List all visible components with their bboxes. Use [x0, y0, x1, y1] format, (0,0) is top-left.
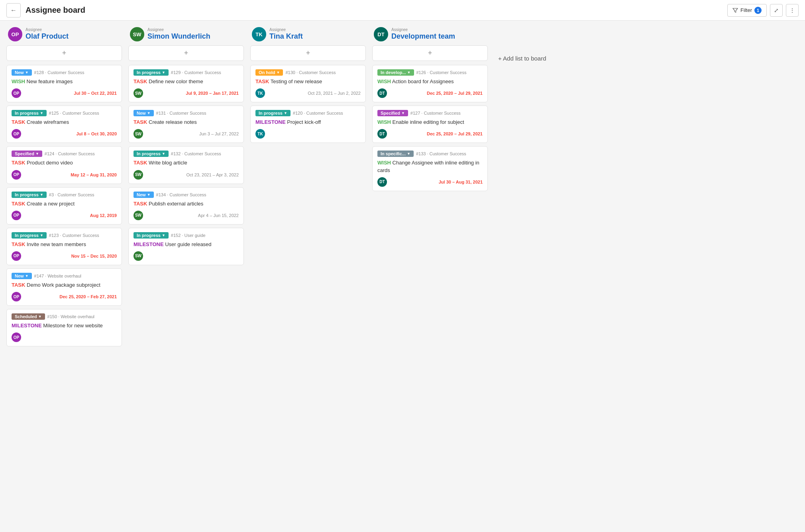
- card-avatar: OP: [12, 170, 21, 180]
- status-badge[interactable]: In progress ▼: [134, 151, 169, 157]
- assignee-name[interactable]: Olaf Product: [26, 32, 69, 40]
- status-badge[interactable]: In progress ▼: [134, 232, 169, 239]
- assignee-name[interactable]: Simon Wunderlich: [147, 32, 210, 40]
- board-container: OPAssignee Olaf Product+New ▼#128 · Cust…: [0, 21, 805, 532]
- header: ← Assignee board Filter 1 ⤢ ⋮: [0, 0, 805, 21]
- card-olaf-6[interactable]: Scheduled ▼#150 · Website overhaulMILEST…: [6, 309, 122, 346]
- column-header-simon: SWAssignee Simon Wunderlich: [128, 27, 244, 41]
- card-title: TASK Write blog article: [134, 159, 239, 166]
- avatar-simon: SW: [130, 27, 144, 41]
- card-meta: #134 · Customer Success: [156, 192, 206, 197]
- card-top: In progress ▼#120 · Customer Success: [255, 110, 361, 116]
- status-badge[interactable]: Specified ▼: [377, 110, 408, 116]
- status-badge[interactable]: New ▼: [12, 273, 32, 279]
- card-olaf-1[interactable]: In progress ▼#125 · Customer SuccessTASK…: [6, 106, 122, 143]
- card-title: TASK Define new color theme: [134, 78, 239, 85]
- task-type: WISH: [12, 78, 25, 84]
- card-simon-4[interactable]: In progress ▼#152 · User guideMILESTONE …: [128, 228, 244, 265]
- status-badge[interactable]: Scheduled ▼: [12, 313, 45, 320]
- task-type: WISH: [377, 160, 391, 166]
- page-title: Assignee board: [26, 6, 85, 15]
- card-devteam-2[interactable]: In specific... ▼#133 · Customer SuccessW…: [372, 146, 488, 191]
- card-meta: #133 · Customer Success: [416, 151, 466, 156]
- card-simon-0[interactable]: In progress ▼#129 · Customer SuccessTASK…: [128, 65, 244, 102]
- card-olaf-2[interactable]: Specified ▼#124 · Customer SuccessTASK P…: [6, 146, 122, 184]
- avatar-devteam: DT: [374, 27, 388, 41]
- card-meta: #127 · Customer Success: [410, 111, 461, 115]
- add-card-button-olaf[interactable]: +: [6, 45, 122, 61]
- card-top: Scheduled ▼#150 · Website overhaul: [12, 313, 117, 320]
- assignee-label: Assignee: [147, 27, 210, 32]
- back-button[interactable]: ←: [6, 3, 21, 18]
- status-dropdown-arrow: ▼: [162, 70, 165, 74]
- status-badge[interactable]: New ▼: [134, 192, 154, 198]
- card-top: On hold ▼#130 · Customer Success: [255, 69, 361, 76]
- status-badge[interactable]: In progress ▼: [12, 232, 47, 239]
- card-top: In develop... ▼#126 · Customer Success: [377, 69, 483, 76]
- task-type: MILESTONE: [12, 323, 42, 329]
- card-date: Jul 30 – Oct 22, 2021: [74, 91, 117, 96]
- card-simon-3[interactable]: New ▼#134 · Customer SuccessTASK Publish…: [128, 187, 244, 225]
- status-dropdown-arrow: ▼: [35, 152, 39, 156]
- card-avatar: SW: [134, 88, 143, 98]
- card-avatar: OP: [12, 251, 21, 261]
- status-dropdown-arrow: ▼: [401, 111, 405, 115]
- status-dropdown-arrow: ▼: [277, 70, 280, 74]
- expand-button[interactable]: ⤢: [770, 4, 783, 17]
- card-avatar: OP: [12, 129, 21, 139]
- card-tina-0[interactable]: On hold ▼#130 · Customer SuccessTASK Tes…: [250, 65, 366, 102]
- status-dropdown-arrow: ▼: [407, 70, 411, 74]
- card-avatar: SW: [134, 211, 143, 220]
- card-simon-2[interactable]: In progress ▼#132 · Customer SuccessTASK…: [128, 146, 244, 184]
- card-top: Specified ▼#124 · Customer Success: [12, 151, 117, 157]
- task-type: MILESTONE: [255, 119, 286, 125]
- card-title: WISH New feature images: [12, 78, 117, 85]
- card-footer: OPJul 30 – Oct 22, 2021: [12, 88, 117, 98]
- add-card-button-tina[interactable]: +: [250, 45, 366, 61]
- card-date: Jul 8 – Oct 30, 2020: [76, 131, 117, 136]
- status-badge[interactable]: New ▼: [12, 69, 32, 76]
- card-date: Apr 4 – Jun 15, 2022: [198, 213, 239, 218]
- card-title: TASK Demo Work package subproject: [12, 282, 117, 289]
- card-date: Dec 25, 2020 – Jul 29, 2021: [427, 91, 483, 96]
- card-avatar: OP: [12, 332, 21, 342]
- card-tina-1[interactable]: In progress ▼#120 · Customer SuccessMILE…: [250, 106, 366, 143]
- task-type: TASK: [12, 119, 25, 125]
- card-devteam-0[interactable]: In develop... ▼#126 · Customer SuccessWI…: [372, 65, 488, 102]
- card-avatar: SW: [134, 170, 143, 180]
- status-badge[interactable]: In progress ▼: [255, 110, 291, 116]
- status-dropdown-arrow: ▼: [25, 274, 29, 278]
- card-footer: OPDec 25, 2020 – Feb 27, 2021: [12, 292, 117, 301]
- status-badge[interactable]: In specific... ▼: [377, 151, 414, 157]
- status-badge[interactable]: New ▼: [134, 110, 154, 116]
- assignee-name[interactable]: Development team: [391, 32, 455, 40]
- status-dropdown-arrow: ▼: [162, 152, 165, 156]
- card-date: Oct 23, 2021 – Apr 3, 2022: [187, 172, 239, 177]
- status-dropdown-arrow: ▼: [147, 193, 151, 197]
- task-type: TASK: [134, 119, 147, 125]
- assignee-info-tina: Assignee Tina Kraft: [269, 27, 303, 41]
- card-title: MILESTONE Milestone for new website: [12, 322, 117, 329]
- status-badge[interactable]: In progress ▼: [134, 69, 169, 76]
- status-badge[interactable]: Specified ▼: [12, 151, 42, 157]
- filter-button[interactable]: Filter 1: [727, 4, 767, 17]
- card-devteam-1[interactable]: Specified ▼#127 · Customer SuccessWISH E…: [372, 106, 488, 143]
- add-card-button-simon[interactable]: +: [128, 45, 244, 61]
- card-olaf-5[interactable]: New ▼#147 · Website overhaulTASK Demo Wo…: [6, 268, 122, 306]
- add-card-button-devteam[interactable]: +: [372, 45, 488, 61]
- status-badge[interactable]: On hold ▼: [255, 69, 283, 76]
- card-olaf-3[interactable]: In progress ▼#3 · Customer SuccessTASK C…: [6, 187, 122, 225]
- status-badge[interactable]: In progress ▼: [12, 192, 47, 198]
- task-type: TASK: [12, 282, 25, 288]
- card-olaf-4[interactable]: In progress ▼#123 · Customer SuccessTASK…: [6, 228, 122, 265]
- card-simon-1[interactable]: New ▼#131 · Customer SuccessTASK Create …: [128, 106, 244, 143]
- add-list-button[interactable]: + Add list to board: [498, 55, 546, 62]
- status-dropdown-arrow: ▼: [40, 111, 43, 115]
- status-badge[interactable]: In progress ▼: [12, 110, 47, 116]
- more-button[interactable]: ⋮: [786, 4, 799, 17]
- card-footer: OP: [12, 332, 117, 342]
- assignee-name[interactable]: Tina Kraft: [269, 32, 303, 40]
- status-badge[interactable]: In develop... ▼: [377, 69, 414, 76]
- card-olaf-0[interactable]: New ▼#128 · Customer SuccessWISH New fea…: [6, 65, 122, 102]
- card-avatar: TK: [255, 129, 265, 139]
